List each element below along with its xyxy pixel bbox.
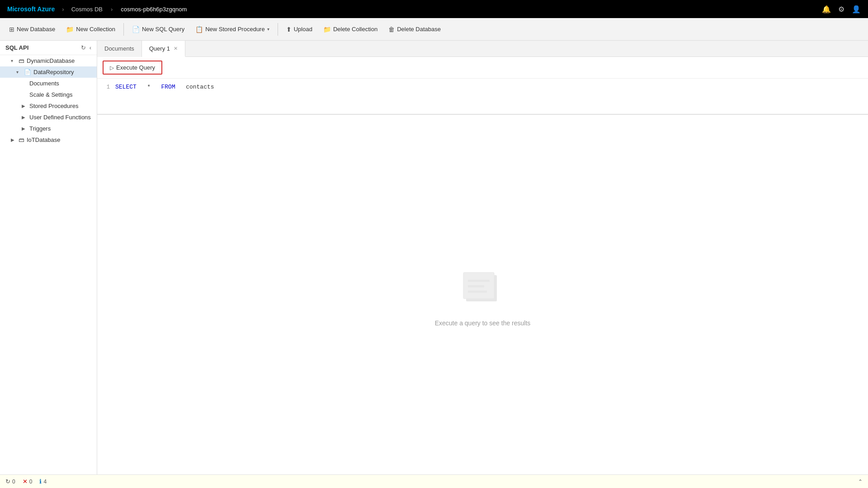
line-number-1: 1 [97, 84, 115, 90]
sidebar-controls: ↻ ‹ [81, 44, 91, 51]
star-identifier: * [147, 84, 151, 90]
new-database-button[interactable]: ⊞ New Database [5, 23, 60, 36]
delete-collection-label: Delete Collection [333, 26, 377, 33]
new-database-icon: ⊞ [9, 26, 14, 33]
expand-arrow-stored-procedures: ▶ [22, 103, 27, 108]
database-icon-dynamic: 🗃 [19, 57, 24, 64]
new-sql-query-button[interactable]: 📄 New SQL Query [127, 23, 189, 36]
status-errors: ↻ 0 [5, 478, 15, 485]
delete-collection-button[interactable]: 📁 Delete Collection [319, 23, 382, 36]
new-stored-procedure-button[interactable]: 📋 New Stored Procedure ▾ [191, 23, 274, 36]
expand-arrow-dynamicdatabase: ▾ [11, 58, 16, 63]
sidebar-collapse-button[interactable]: ‹ [90, 44, 91, 51]
code-content: SELECT * FROM contacts [115, 84, 214, 90]
keyword-select: SELECT [115, 84, 137, 90]
code-space3 [179, 84, 183, 90]
main-layout: SQL API ↻ ‹ ▾ 🗃 DynamicDatabase ▾ 📄 Data… [0, 41, 868, 474]
cosmos-db-label: Cosmos DB [71, 6, 103, 13]
tab-query1[interactable]: Query 1 ✕ [142, 41, 185, 57]
sidebar-refresh-button[interactable]: ↻ [81, 44, 86, 51]
sidebar-title: SQL API [5, 44, 28, 51]
status-warnings: ✕ 0 [23, 478, 33, 485]
content-area: Documents Query 1 ✕ ▷ Execute Query 1 SE… [97, 41, 868, 474]
tree-item-datarepository[interactable]: ▾ 📄 DataRepository [0, 66, 97, 78]
tree-item-iotdatabase[interactable]: ▶ 🗃 IoTDatabase [0, 134, 97, 145]
udf-label: User Defined Functions [29, 114, 91, 121]
code-editor[interactable]: 1 SELECT * FROM contacts [97, 79, 868, 115]
code-line-1: 1 SELECT * FROM contacts [97, 83, 868, 91]
tab-query1-close[interactable]: ✕ [174, 46, 178, 52]
results-area: Execute a query to see the results [97, 115, 868, 474]
database-icon-iot: 🗃 [19, 136, 24, 143]
top-bar-actions: 🔔 ⚙ 👤 [822, 5, 861, 14]
status-bar: ↻ 0 ✕ 0 ℹ 4 ⌃ [0, 474, 868, 488]
iotdatabase-label: IoTDatabase [27, 136, 60, 143]
tab-documents[interactable]: Documents [97, 41, 142, 57]
new-collection-label: New Collection [76, 26, 115, 33]
datarepository-label: DataRepository [33, 69, 74, 75]
results-placeholder-icon [458, 263, 508, 312]
new-sql-query-label: New SQL Query [142, 26, 184, 33]
top-navigation-bar: Microsoft Azure › Cosmos DB › cosmos-pb6… [0, 0, 868, 18]
sidebar: SQL API ↻ ‹ ▾ 🗃 DynamicDatabase ▾ 📄 Data… [0, 41, 97, 474]
new-collection-icon: 📁 [66, 26, 74, 33]
brand-label: Microsoft Azure [7, 5, 55, 13]
new-collection-button[interactable]: 📁 New Collection [61, 23, 120, 36]
new-stored-procedure-label: New Stored Procedure [205, 26, 265, 33]
tab-query1-label: Query 1 [149, 45, 170, 52]
code-space2 [154, 84, 158, 90]
execute-icon: ▷ [110, 65, 114, 71]
info-count: 4 [43, 479, 47, 485]
main-toolbar: ⊞ New Database 📁 New Collection 📄 New SQ… [0, 18, 868, 41]
table-identifier: contacts [186, 84, 214, 90]
tree-item-dynamicdatabase[interactable]: ▾ 🗃 DynamicDatabase [0, 55, 97, 66]
new-stored-procedure-icon: 📋 [195, 26, 203, 33]
toolbar-separator-2 [278, 23, 278, 36]
warning-icon: ✕ [23, 478, 28, 485]
tab-documents-label: Documents [104, 45, 134, 52]
spacer-documents [22, 81, 27, 86]
svg-rect-4 [468, 291, 487, 293]
warnings-count: 0 [29, 479, 33, 485]
tree-item-user-defined-functions[interactable]: ▶ User Defined Functions [0, 112, 97, 123]
tree-item-scale-settings[interactable]: Scale & Settings [0, 89, 97, 100]
code-space1 [140, 84, 144, 90]
status-expand-button[interactable]: ⌃ [858, 479, 863, 485]
delete-database-button[interactable]: 🗑 Delete Database [384, 23, 445, 36]
notification-icon[interactable]: 🔔 [822, 5, 831, 14]
execute-query-button[interactable]: ▷ Execute Query [103, 61, 162, 75]
dynamicdatabase-label: DynamicDatabase [27, 57, 75, 64]
documents-label: Documents [29, 80, 59, 87]
scale-settings-label: Scale & Settings [29, 91, 72, 98]
tabs-bar: Documents Query 1 ✕ [97, 41, 868, 57]
expand-arrow-iotdatabase: ▶ [11, 137, 16, 142]
delete-database-icon: 🗑 [388, 26, 395, 33]
spacer-scale-settings [22, 92, 27, 97]
query-toolbar: ▷ Execute Query [97, 57, 868, 79]
expand-arrow-udf: ▶ [22, 115, 27, 120]
new-sql-query-icon: 📄 [132, 26, 140, 33]
results-empty-message: Execute a query to see the results [435, 319, 531, 327]
upload-button[interactable]: ⬆ Upload [282, 23, 317, 36]
expand-arrow-triggers: ▶ [22, 126, 27, 131]
stored-procedures-label: Stored Procedures [29, 103, 78, 109]
toolbar-separator-1 [123, 23, 124, 36]
tree-item-triggers[interactable]: ▶ Triggers [0, 123, 97, 134]
collection-icon-datarepository: 📄 [24, 69, 31, 75]
keyword-from: FROM [161, 84, 175, 90]
stored-procedure-dropdown-arrow: ▾ [267, 27, 269, 32]
account-icon[interactable]: 👤 [852, 5, 861, 14]
error-icon: ↻ [5, 478, 10, 485]
errors-count: 0 [12, 479, 15, 485]
breadcrumb-sep1: › [62, 6, 64, 13]
svg-rect-2 [468, 280, 490, 282]
tree-item-stored-procedures[interactable]: ▶ Stored Procedures [0, 100, 97, 112]
breadcrumb-arrow: › [111, 6, 113, 13]
settings-icon[interactable]: ⚙ [838, 5, 844, 14]
upload-icon: ⬆ [286, 26, 292, 33]
sidebar-header: SQL API ↻ ‹ [0, 41, 97, 55]
status-info: ℹ 4 [39, 478, 47, 485]
expand-arrow-datarepository: ▾ [16, 70, 22, 75]
delete-database-label: Delete Database [397, 26, 441, 33]
tree-item-documents[interactable]: Documents [0, 78, 97, 89]
